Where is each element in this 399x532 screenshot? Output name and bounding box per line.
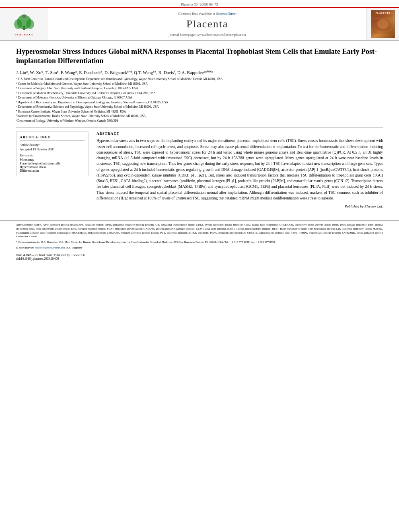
- correspondence-symbol: *: [16, 240, 18, 244]
- page-container: Placenta 30 (2009) 66–73 PLACENTA Conten…: [0, 0, 399, 532]
- affiliation-c: ᶜ Department of Surgery, Ohio State Univ…: [16, 86, 383, 91]
- affiliation-e: ᵉ Department of Molecular Genetics, Univ…: [16, 96, 383, 100]
- article-title: Hyperosmolar Stress Induces Global mRNA …: [16, 47, 383, 66]
- keyword-3: Hyperosmolar stress: [20, 165, 85, 169]
- sciencedirect-line: Contents lists available at ScienceDirec…: [178, 12, 237, 16]
- journal-homepage: journal homepage: www.elsevier.com/locat…: [169, 33, 246, 37]
- keyword-2: Placental trophoblast stem cells: [20, 162, 85, 165]
- published-by: Published by Elsevier Ltd.: [97, 204, 383, 208]
- affiliation-j: ʲ Department of Biology, University of W…: [16, 119, 383, 123]
- abstract-text: Hyperosmolar stress acts in two ways on …: [97, 138, 383, 201]
- journal-name: Placenta: [186, 18, 228, 30]
- elsevier-tree-icon: [8, 12, 40, 32]
- sciencedirect-link[interactable]: ScienceDirect: [216, 12, 237, 16]
- svg-point-4: [22, 14, 26, 18]
- email-owner: D.A. Rappolee: [66, 246, 82, 249]
- abstract-title: Abstract: [97, 131, 383, 136]
- elsevier-logo-area: PLACENTA: [0, 8, 48, 40]
- email-address[interactable]: drappole@med.wayne.edu: [35, 246, 65, 249]
- two-column-layout: Article Info Article history: Accepted 1…: [16, 131, 383, 208]
- affiliation-h: ʰ Karmanos Cancer Institute, Wayne State…: [16, 110, 383, 114]
- affiliation-g: ᵍ Department of Reproductive Sciences an…: [16, 105, 383, 109]
- history-label: Article history:: [20, 143, 85, 147]
- svg-point-2: [14, 19, 22, 29]
- journal-cover-area: PLACENTA: [367, 8, 399, 40]
- article-info-box: Article Info Article history: Accepted 1…: [16, 131, 88, 176]
- article-info-column: Article Info Article history: Accepted 1…: [16, 131, 88, 208]
- doi-text: doi:10.1016/j.placenta.2008.10.009: [16, 257, 383, 261]
- email-line: E-mail address: drappole@med.wayne.edu D…: [16, 246, 383, 250]
- email-label: E-mail address:: [16, 246, 34, 249]
- journal-header-center: Contents lists available at ScienceDirec…: [48, 8, 367, 40]
- affiliation-i: ʲ Institutes for Environmental Health Sc…: [16, 114, 383, 119]
- journal-ids: 0143-4004/$ – see front matter Published…: [0, 253, 399, 261]
- correspondence-content: Correspondence to: D.A. Rappolee, C.S. M…: [18, 240, 276, 244]
- svg-point-7: [377, 19, 389, 29]
- keywords-label: Keywords:: [20, 154, 85, 157]
- authors: J. Liuᵃ, W. Xuᵇ, T. Sunᵃ, F. Wangᵃ, E. P…: [16, 69, 383, 76]
- citation-text: Placenta 30 (2009) 66–73: [181, 2, 218, 6]
- affiliations: ᵃ C.S. Mott Center for Human Growth and …: [16, 77, 383, 123]
- elsevier-label: PLACENTA: [15, 33, 33, 36]
- svg-point-3: [26, 19, 34, 29]
- contents-text: Contents lists available at: [178, 12, 215, 16]
- journal-citation: Placenta 30 (2009) 66–73: [0, 0, 399, 7]
- cover-artwork: [372, 14, 393, 34]
- footer-section: Abbreviations: AMPK, AMP-activated prote…: [0, 220, 399, 250]
- issn-text: 0143-4004/$ – see front matter Published…: [16, 253, 383, 257]
- accepted-date: Accepted 13 October 2008: [20, 148, 85, 151]
- authors-text: J. Liuᵃ, W. Xuᵇ, T. Sunᵃ, F. Wangᵃ, E. P…: [16, 70, 213, 75]
- abbreviations-text: Abbreviations: AMPK, AMP-activated prote…: [16, 223, 383, 239]
- header-banner: PLACENTA Contents lists available at Sci…: [0, 7, 399, 41]
- affiliation-f: ᶠ Department of Biochemistry and Departm…: [16, 101, 383, 105]
- keyword-1: Microarray: [20, 158, 85, 162]
- correspondence-text: * Correspondence to: D.A. Rappolee, C.S.…: [16, 240, 383, 244]
- affiliation-a: ᵃ C.S. Mott Center for Human Growth and …: [16, 77, 383, 82]
- abbreviations-label: Abbreviations:: [16, 223, 33, 226]
- journal-cover-image: PLACENTA: [371, 10, 395, 38]
- affiliation-d: ᵈ Department of Medical Biochemistry, Oh…: [16, 91, 383, 96]
- article-info-title: Article Info: [20, 135, 85, 141]
- abstract-column: Abstract Hyperosmolar stress acts in two…: [97, 131, 383, 208]
- abbreviations-content: AMPK, AMP-activated protein kinase; AP1,…: [16, 223, 383, 238]
- affiliation-b: ᵇ Center for Molecular Medicine and Gene…: [16, 82, 383, 86]
- keyword-4: Differentiation: [20, 169, 85, 173]
- content-area: Hyperosmolar Stress Induces Global mRNA …: [0, 47, 399, 208]
- section-divider: [16, 127, 383, 127]
